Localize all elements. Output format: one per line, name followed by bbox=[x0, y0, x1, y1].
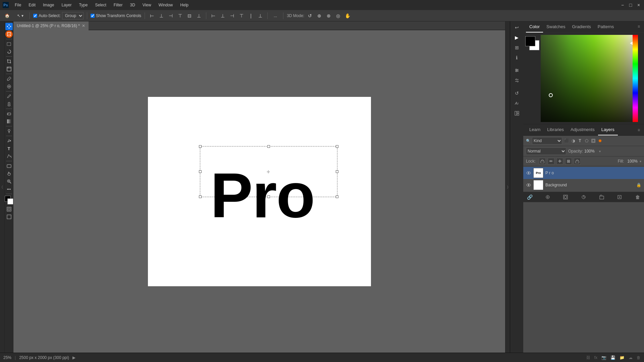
close-button[interactable]: × bbox=[636, 2, 641, 8]
gradient-tool[interactable] bbox=[5, 118, 13, 125]
align-bottom[interactable]: ⊥ bbox=[195, 12, 203, 19]
dodge-tool[interactable] bbox=[5, 127, 13, 135]
lock-transparent-pixels[interactable] bbox=[539, 158, 546, 165]
menu-filter[interactable]: Filter bbox=[110, 1, 126, 9]
menu-window[interactable]: Window bbox=[155, 1, 176, 9]
left-panel-collapse[interactable]: 〈 bbox=[0, 21, 5, 353]
move-tool[interactable] bbox=[5, 23, 13, 30]
quick-mask-mode[interactable] bbox=[5, 205, 13, 213]
minimize-button[interactable]: − bbox=[620, 2, 625, 8]
blend-mode-dropdown[interactable]: Normal bbox=[526, 147, 566, 155]
selection-handle-tc[interactable] bbox=[267, 145, 270, 148]
distribute-left[interactable]: ⊢ bbox=[210, 12, 217, 19]
3d-orbit[interactable]: ◎ bbox=[334, 12, 342, 19]
canvas[interactable]: ✛ Pro bbox=[148, 97, 371, 286]
distribute-mid[interactable]: | bbox=[247, 12, 255, 19]
info-icon[interactable]: ℹ bbox=[512, 53, 522, 62]
lock-artboards[interactable]: ⊞ bbox=[565, 158, 572, 165]
distribute-right[interactable]: ⊣ bbox=[228, 12, 236, 19]
menu-view[interactable]: View bbox=[139, 1, 155, 9]
tab-patterns[interactable]: Patterns bbox=[594, 21, 617, 33]
filter-shape-layers[interactable]: ⬠ bbox=[584, 138, 590, 144]
path-selection-tool[interactable] bbox=[5, 153, 13, 160]
eyedropper-tool[interactable] bbox=[5, 75, 13, 82]
shape-tool[interactable] bbox=[5, 162, 13, 170]
3d-move[interactable]: ⊕ bbox=[316, 12, 323, 19]
layer-visibility-indicator[interactable] bbox=[597, 138, 603, 144]
3d-rotate[interactable]: ↺ bbox=[306, 12, 314, 19]
selection-handle-ml[interactable] bbox=[199, 170, 202, 173]
link-layers-button[interactable]: 🔗 bbox=[526, 193, 533, 201]
create-adjustment-button[interactable] bbox=[580, 193, 587, 201]
menu-3d[interactable]: 3D bbox=[126, 1, 138, 9]
menu-edit[interactable]: Edit bbox=[25, 1, 39, 9]
move-tool-options[interactable]: ↖ ▾ bbox=[14, 12, 26, 20]
sliders-icon[interactable] bbox=[512, 76, 522, 85]
menu-help[interactable]: Help bbox=[177, 1, 192, 9]
3d-scale[interactable]: ⊗ bbox=[325, 12, 332, 19]
selection-handle-tr[interactable] bbox=[336, 145, 338, 148]
color-panel-options[interactable]: ≡ bbox=[636, 21, 641, 33]
transform-check[interactable] bbox=[91, 14, 95, 18]
menu-type[interactable]: Type bbox=[75, 1, 91, 9]
brush-tool[interactable] bbox=[5, 93, 13, 100]
artboard-tool[interactable] bbox=[5, 31, 13, 38]
layout-icon[interactable] bbox=[512, 109, 522, 118]
fg-bg-color-swatch[interactable] bbox=[5, 196, 13, 204]
3d-pan[interactable]: ✋ bbox=[344, 12, 351, 19]
lock-image-pixels[interactable]: ✏ bbox=[548, 158, 554, 165]
new-layer-button[interactable] bbox=[616, 193, 623, 201]
layers-panel-options[interactable]: ≡ bbox=[636, 125, 641, 135]
align-center-v[interactable]: ⊟ bbox=[186, 12, 193, 19]
add-mask-button[interactable] bbox=[562, 193, 569, 201]
layer-eye-pro[interactable] bbox=[526, 170, 531, 176]
align-center-h[interactable]: ⊥ bbox=[158, 12, 165, 19]
pen-tool[interactable] bbox=[5, 137, 13, 144]
color-spectrum[interactable] bbox=[541, 35, 638, 122]
auto-select-dropdown[interactable]: Group Layer bbox=[62, 12, 84, 19]
filter-pixel-layers[interactable]: ⬛ bbox=[564, 138, 570, 144]
align-left-edges[interactable]: ⊢ bbox=[148, 12, 156, 19]
grid-icon[interactable]: ⊞ bbox=[512, 43, 522, 52]
lasso-tool[interactable] bbox=[5, 48, 13, 55]
layer-eye-background[interactable] bbox=[526, 182, 531, 188]
foreground-color-box[interactable] bbox=[525, 36, 535, 46]
distribute-top[interactable]: ⊤ bbox=[238, 12, 245, 19]
adjustments-icon[interactable] bbox=[512, 66, 522, 75]
lock-all[interactable] bbox=[574, 158, 581, 165]
tab-color[interactable]: Color bbox=[526, 21, 543, 33]
new-group-button[interactable] bbox=[598, 193, 605, 201]
tab-adjustments[interactable]: Adjustments bbox=[567, 124, 598, 135]
healing-brush-tool[interactable] bbox=[5, 83, 13, 90]
play-icon[interactable]: ▶ bbox=[512, 33, 522, 42]
auto-select-check[interactable] bbox=[33, 14, 37, 18]
delete-layer-button[interactable]: 🗑 bbox=[634, 193, 641, 201]
screen-mode[interactable] bbox=[5, 213, 13, 221]
selection-handle-bl[interactable] bbox=[199, 195, 202, 198]
more-tools[interactable]: ••• bbox=[5, 185, 13, 193]
filter-adjustment-layers[interactable]: ◑ bbox=[570, 138, 576, 144]
filter-smart-objects[interactable] bbox=[590, 138, 596, 144]
menu-file[interactable]: File bbox=[11, 1, 24, 9]
rectangular-marquee-tool[interactable] bbox=[5, 40, 13, 48]
background-color[interactable] bbox=[7, 198, 13, 204]
tab-gradients[interactable]: Gradients bbox=[569, 21, 594, 33]
layer-item-pro[interactable]: Pro P r o bbox=[523, 167, 644, 179]
canvas-area[interactable]: Untitled-1 @ 25% (P r o, RGB/16) * ✕ ✛ P… bbox=[13, 21, 505, 353]
layer-item-background[interactable]: Background 🔒 bbox=[523, 179, 644, 191]
kind-dropdown[interactable]: Kind bbox=[532, 137, 562, 144]
maximize-button[interactable]: □ bbox=[628, 2, 633, 8]
selection-handle-mr[interactable] bbox=[336, 170, 338, 173]
tab-close[interactable]: ✕ bbox=[82, 23, 85, 28]
selection-handle-br[interactable] bbox=[336, 195, 338, 198]
color-gradient-field[interactable] bbox=[541, 35, 638, 122]
tab-swatches[interactable]: Swatches bbox=[543, 21, 569, 33]
undo-icon[interactable]: ↺ bbox=[512, 88, 522, 98]
eraser-tool[interactable] bbox=[5, 110, 13, 117]
filter-type-layers[interactable]: T bbox=[577, 138, 583, 144]
menu-select[interactable]: Select bbox=[92, 1, 109, 9]
type-tool[interactable]: T bbox=[5, 145, 13, 152]
hue-slider[interactable] bbox=[633, 35, 638, 122]
distribute-bottom[interactable]: ⊥ bbox=[257, 12, 264, 19]
selection-handle-tl[interactable] bbox=[199, 145, 202, 148]
